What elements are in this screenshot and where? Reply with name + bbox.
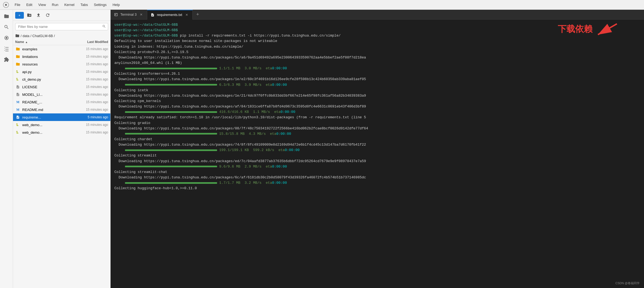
file-modified: 15 minutes ago — [73, 130, 108, 134]
menu-help[interactable]: Help — [110, 2, 123, 8]
list-item[interactable]: 🐍 cli_demo.py 15 minutes ago — [13, 76, 110, 83]
file-modified: 15 minutes ago — [73, 55, 108, 58]
file-modified: 15 minutes ago — [73, 108, 108, 112]
search-input[interactable] — [15, 23, 108, 30]
terminal-line: 1.1/1.1 MB 3.0 MB/s eta0:00:00 — [114, 66, 640, 71]
list-item[interactable]: 🐍 web_demo... 15 minutes ago — [13, 129, 110, 136]
file-modified: 15 minutes ago — [73, 123, 108, 127]
list-item[interactable]: 🐍 web_demo... 15 minutes ago — [13, 121, 110, 129]
file-icon — [15, 84, 21, 90]
terminal-line: Downloading https://pypi.tuna.tsinghua.e… — [114, 93, 640, 99]
list-item[interactable]: M README.md 15 minutes ago — [13, 106, 110, 113]
svg-point-3 — [5, 37, 7, 39]
tab-terminal3[interactable]: Terminal 3 ✕ — [111, 10, 147, 19]
terminal-line: Collecting streamlit — [114, 153, 640, 158]
breadcrumb-path: / data / ChatGLM-6B / — [21, 34, 55, 38]
file-name: requireme... — [22, 115, 73, 119]
activity-list-icon[interactable] — [2, 44, 11, 53]
list-item[interactable]: 🐍 api.py 15 minutes ago — [13, 68, 110, 76]
file-name: LICENSE — [22, 85, 73, 89]
file-modified: 5 minutes ago — [73, 115, 108, 119]
tab-close-button[interactable]: ✕ — [139, 12, 144, 17]
file-icon: 🐍 — [15, 130, 21, 135]
file-icon — [15, 54, 21, 59]
terminal-line: Downloading https://pypi.tuna.tsinghua.e… — [114, 77, 640, 82]
list-item[interactable]: LICENSE 15 minutes ago — [13, 83, 110, 91]
annotation-arrow-icon — [595, 21, 622, 37]
menubar: File Edit View Run Kernel Tabs Settings … — [0, 0, 644, 10]
new-button[interactable]: + + — [15, 12, 24, 19]
list-item[interactable]: requireme... 5 minutes ago — [13, 113, 110, 121]
svg-line-9 — [598, 24, 617, 35]
terminal-line: 6.3/6.3 MB 3.9 MB/s eta0:00:00 — [114, 82, 640, 88]
list-item[interactable]: resources 15 minutes ago — [13, 60, 110, 68]
file-name: resources — [22, 62, 73, 66]
file-modified: 15 minutes ago — [73, 47, 108, 51]
menu-file[interactable]: File — [12, 2, 23, 8]
menu-run[interactable]: Run — [49, 2, 61, 8]
tab-label: Terminal 3 — [120, 12, 137, 17]
file-name: api.py — [22, 70, 73, 74]
tab-requirements[interactable]: requirements.txt ✕ — [147, 10, 193, 19]
activity-circle-icon[interactable] — [2, 34, 11, 42]
menu-view[interactable]: View — [36, 2, 49, 8]
file-icon: 🐍 — [15, 122, 21, 127]
file-name: web_demo... — [22, 130, 73, 135]
list-item[interactable]: MODEL_LI... 15 minutes ago — [13, 91, 110, 98]
terminal-line: Collecting transformers==4.26.1 — [114, 71, 640, 77]
file-name: limitations — [22, 55, 73, 59]
list-item[interactable]: limitations 15 minutes ago — [13, 53, 110, 60]
terminal-line: Downloading https://pypi.tuna.tsinghua.e… — [114, 126, 640, 131]
tab-add-button[interactable]: + — [193, 10, 202, 19]
menu-settings[interactable]: Settings — [91, 2, 109, 8]
file-modified: 15 minutes ago — [73, 62, 108, 66]
terminal-output[interactable]: user@lsp-ws:~/data/ChatGLM-6B$user@lsp-w… — [111, 19, 644, 288]
activity-search-icon[interactable] — [2, 23, 11, 31]
terminal-line: Collecting streamlit-chat — [114, 169, 640, 175]
file-name: examples — [22, 47, 73, 51]
annotation-text: 下载依赖 — [558, 23, 593, 35]
terminal-line: Collecting chardet — [114, 137, 640, 142]
upload-button[interactable] — [35, 11, 42, 19]
menu-edit[interactable]: Edit — [24, 2, 35, 8]
file-name: cli_demo.py — [22, 77, 73, 81]
activity-folder-icon[interactable] — [2, 12, 11, 21]
menu-tabs[interactable]: Tabs — [78, 2, 91, 8]
terminal-line: Collecting icetk — [114, 88, 640, 93]
file-modified: 15 minutes ago — [73, 100, 108, 104]
terminal-line: Collecting huggingface-hub<1.0,>=0.11.0 — [114, 186, 640, 191]
file-list-header: Name ▲ Last Modified — [13, 39, 110, 45]
terminal-line: Requirement already satisfied: torch>=1.… — [114, 115, 640, 120]
file-modified: 15 minutes ago — [73, 70, 108, 74]
menu-kernel[interactable]: Kernel — [62, 2, 77, 8]
file-name: web_demo... — [22, 123, 73, 127]
file-name: README_... — [22, 100, 73, 104]
terminal-line: Downloading https://pypi.tuna.tsinghua.e… — [114, 55, 640, 60]
terminal-line: Collecting protobuf<3.20.1,>=3.19.5 — [114, 50, 640, 55]
terminal-line: Downloading https://pypi.tuna.tsinghua.e… — [114, 175, 640, 180]
terminal-line: Downloading https://pypi.tuna.tsinghua.e… — [114, 159, 640, 164]
activity-puzzle-icon[interactable] — [2, 55, 11, 64]
terminal-line: 416.6/416.6 KB 1.1 MB/s eta0:00:00 — [114, 109, 640, 115]
file-icon: M — [15, 107, 21, 112]
terminal-line: Collecting gradio — [114, 120, 640, 126]
new-folder-button[interactable] — [25, 11, 33, 19]
tab-close-button[interactable]: ✕ — [184, 12, 189, 17]
tab-icon — [114, 12, 118, 17]
plus-icon: + — [18, 13, 21, 17]
col-name-header[interactable]: Name ▲ — [15, 40, 73, 44]
terminal-line: 199.1/199.1 KB 599.2 kB/s eta0:00:00 — [114, 148, 640, 153]
search-box — [15, 23, 108, 30]
file-icon — [15, 46, 21, 52]
annotation-overlay: 下载依赖 — [558, 21, 622, 37]
list-item[interactable]: examples 15 minutes ago — [13, 45, 110, 53]
list-item[interactable]: M README_... 15 minutes ago — [13, 98, 110, 106]
main-layout: + + / data / ChatGLM-6B / — [0, 10, 644, 288]
terminal-line: 1.7/1.7 MB 3.2 MB/s eta0:00:00 — [114, 180, 640, 186]
file-list: examples 15 minutes ago limitations 15 m… — [13, 45, 110, 288]
file-toolbar: + + — [13, 10, 110, 21]
file-icon — [15, 92, 21, 97]
refresh-button[interactable] — [44, 11, 51, 19]
tab-label: requirements.txt — [157, 13, 182, 17]
svg-text:🐍: 🐍 — [16, 123, 19, 126]
